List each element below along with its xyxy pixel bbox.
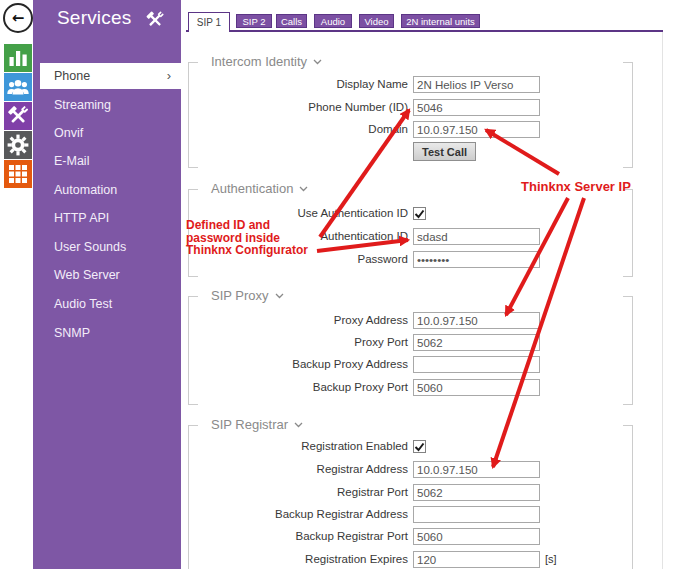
tab-sip2[interactable]: SIP 2 [236,14,272,28]
legend-authentication[interactable]: Authentication [205,181,314,196]
sidebar-item-streaming[interactable]: Streaming [54,97,111,113]
sidebar-item-automation[interactable]: Automation [54,182,117,198]
row-proxy-port: Proxy Port [188,334,628,351]
row-phone-number: Phone Number (ID) [188,99,628,116]
hardware-nav-button[interactable] [4,131,32,159]
app-icon-strip: ← [0,0,33,569]
collapse-icon [299,186,308,192]
sidebar-item-user-sounds[interactable]: User Sounds [54,239,126,255]
services-nav-button[interactable] [4,102,32,130]
row-backup-registrar-port: Backup Registrar Port [188,528,628,545]
row-display-name: Display Name [188,76,628,93]
row-backup-proxy-address: Backup Proxy Address [188,356,628,373]
proxy-port-input[interactable] [413,334,540,351]
row-registrar-port: Registrar Port [188,484,628,501]
collapse-icon [313,59,322,65]
registration-expires-input[interactable] [413,551,540,568]
registration-enabled-checkbox[interactable] [413,440,426,453]
annotation-server-ip-label: Thinknx Server IP [521,179,631,194]
backup-proxy-address-input[interactable] [413,356,540,373]
tab-2n-internal-units[interactable]: 2N internal units [401,14,480,28]
services-tools-icon [143,8,167,32]
sidebar-item-onvif[interactable]: Onvif [54,125,83,141]
sidebar-item-snmp[interactable]: SNMP [54,325,90,341]
statistics-nav-button[interactable] [4,44,32,72]
collapse-icon [294,422,303,428]
row-backup-proxy-port: Backup Proxy Port [188,379,628,396]
legend-sip-proxy[interactable]: SIP Proxy [205,288,290,303]
sidebar-item-web-server[interactable]: Web Server [54,267,120,283]
sidebar-item-audio-test[interactable]: Audio Test [54,296,112,312]
directory-nav-button[interactable] [4,73,32,101]
proxy-address-input[interactable] [413,312,540,329]
row-domain: Domain [188,121,628,138]
tab-video[interactable]: Video [359,14,394,28]
gear-icon [4,131,32,159]
tab-audio[interactable]: Audio [314,14,352,28]
row-proxy-address: Proxy Address [188,312,628,329]
chevron-right-icon: › [167,63,171,89]
system-nav-button[interactable] [4,160,32,188]
collapse-icon [275,293,284,299]
sidebar-title: Services [57,7,131,29]
registrar-port-input[interactable] [413,484,540,501]
row-registrar-address: Registrar Address [188,461,628,478]
backup-registrar-port-input[interactable] [413,528,540,545]
display-name-input[interactable] [413,76,540,93]
sidebar-item-email[interactable]: E-Mail [54,153,89,169]
backup-registrar-address-input[interactable] [413,506,540,523]
tab-sip1[interactable]: SIP 1 [188,12,230,32]
legend-intercom-identity[interactable]: Intercom Identity [205,54,328,69]
domain-input[interactable] [413,121,540,138]
row-registration-enabled: Registration Enabled [188,439,628,456]
tools-icon [4,102,32,130]
tab-calls[interactable]: Calls [276,14,307,28]
checkmark-icon [414,208,425,219]
back-icon: ← [12,9,25,27]
sidebar-item-phone[interactable]: Phone › [40,63,181,89]
sidebar-item-http-api[interactable]: HTTP API [54,210,109,226]
checkmark-icon [414,441,425,452]
tab-bar-underline [186,30,663,32]
seconds-unit-label: [s] [545,551,557,568]
back-button[interactable]: ← [3,3,33,33]
services-sidebar: Services Phone › Streaming Onvif E-Mail … [33,0,181,569]
row-backup-registrar-address: Backup Registrar Address [188,506,628,523]
backup-proxy-port-input[interactable] [413,379,540,396]
row-test-call: Test Call [188,142,628,159]
password-input[interactable] [413,251,540,268]
phone-number-input[interactable] [413,99,540,116]
use-authentication-id-checkbox[interactable] [413,207,426,220]
legend-sip-registrar[interactable]: SIP Registrar [205,417,309,432]
authentication-id-input[interactable] [413,228,540,245]
test-call-button[interactable]: Test Call [413,142,476,161]
users-icon [4,73,32,101]
row-registration-expires: Registration Expires [s] [188,551,628,568]
bar-chart-icon [4,44,32,72]
grid-icon [4,160,32,188]
content-right-border [662,31,663,569]
annotation-note: Defined ID and password inside Thinknx C… [186,219,308,257]
registrar-address-input[interactable] [413,461,540,478]
